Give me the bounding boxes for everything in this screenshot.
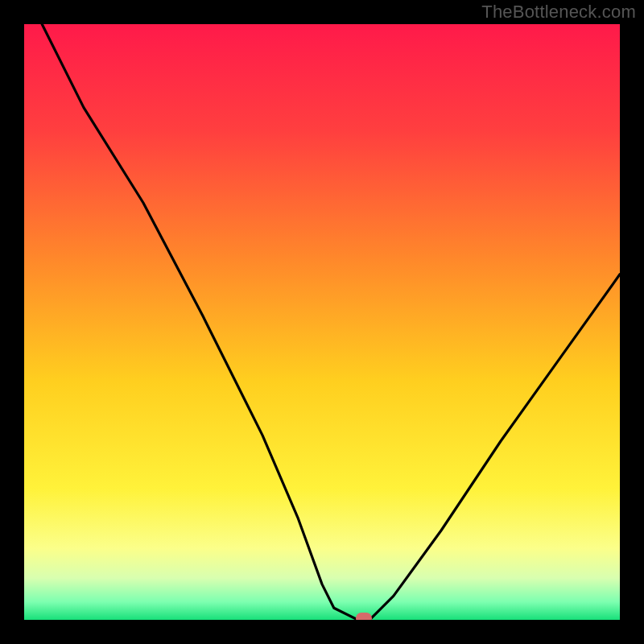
optimal-marker bbox=[356, 613, 372, 620]
chart-frame: TheBottleneck.com bbox=[0, 0, 644, 644]
plot-area bbox=[24, 24, 620, 620]
chart-svg bbox=[24, 24, 620, 620]
gradient-background bbox=[24, 24, 620, 620]
watermark-text: TheBottleneck.com bbox=[481, 2, 636, 23]
